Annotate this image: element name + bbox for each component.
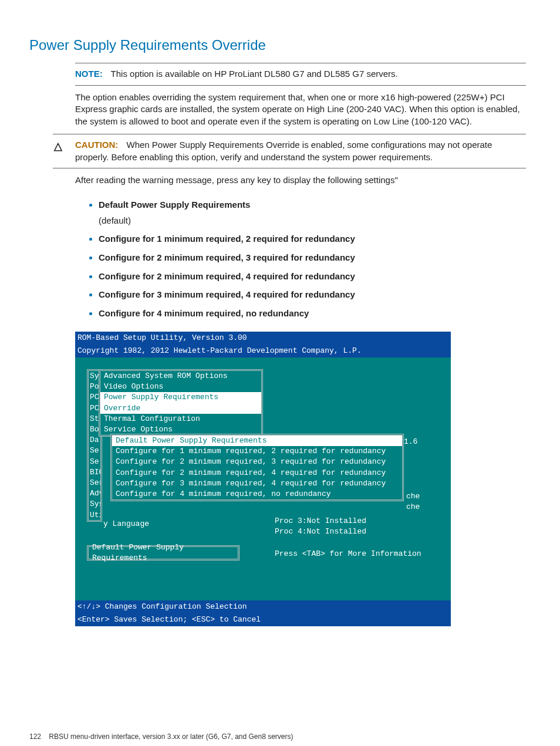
bios-fragment: che [406, 491, 420, 502]
option-label: Default Power Supply Requirements [99, 200, 250, 210]
section-title: Power Supply Requirements Override [29, 35, 531, 55]
bios-status: Default Power Supply Requirements [87, 545, 239, 561]
caution-label: CAUTION: [75, 140, 118, 150]
bios-submenu-item-selected[interactable]: Default Power Supply Requirements [112, 436, 402, 446]
option-label: Configure for 4 minimum required, no red… [99, 308, 309, 318]
option-label: Configure for 1 minimum required, 2 requ… [99, 234, 355, 244]
note-label: NOTE: [75, 69, 103, 79]
bios-proc-3: Proc 3:Not Installed [275, 516, 366, 526]
bios-fragment: y Language [103, 519, 149, 529]
list-item: Default Power Supply Requirements (defau… [99, 198, 531, 227]
bios-fragment: che [406, 502, 420, 512]
bios-proc-4: Proc 4:Not Installed [275, 526, 366, 537]
bios-submenu[interactable]: Default Power Supply Requirements Config… [110, 434, 404, 501]
bios-submenu-item[interactable]: Configure for 3 minimum required, 4 requ… [112, 478, 402, 489]
bios-submenu-item[interactable]: Configure for 1 minimum required, 2 requ… [112, 446, 402, 457]
list-item: Configure for 2 minimum required, 3 requ… [99, 251, 531, 264]
paragraph-2: After reading the warning message, press… [75, 168, 526, 193]
bios-menu-item[interactable]: Advanced System ROM Options [100, 371, 261, 382]
page-number: 122 [29, 732, 47, 742]
option-sub: (default) [99, 215, 531, 227]
bios-header-1: ROM-Based Setup Utility, Version 3.00 [75, 332, 451, 345]
bios-menu-item[interactable]: Video Options [100, 382, 261, 392]
option-label: Configure for 2 minimum required, 3 requ… [99, 252, 355, 262]
list-item: Configure for 1 minimum required, 2 requ… [99, 232, 531, 245]
bios-footer-1: <↑/↓> Changes Configuration Selection [75, 600, 451, 613]
bios-submenu-item[interactable]: Configure for 2 minimum required, 3 requ… [112, 457, 402, 467]
bios-menu-item[interactable]: Thermal Configuration [100, 414, 261, 424]
page-footer: 122 RBSU menu-driven interface, version … [29, 732, 531, 742]
bios-footer-2: <Enter> Saves Selection; <ESC> to Cancel [75, 613, 451, 626]
bios-submenu-item[interactable]: Configure for 2 minimum required, 4 requ… [112, 468, 402, 478]
bios-fragment: 1.6 [404, 437, 417, 447]
caution-text: When Power Supply Requirements Override … [75, 140, 492, 162]
option-label: Configure for 3 minimum required, 4 requ… [99, 289, 355, 299]
bios-menu-item-selected[interactable]: Power Supply Requirements Override [100, 392, 261, 413]
bios-main-menu[interactable]: Advanced System ROM Options Video Option… [99, 369, 263, 437]
caution-icon: △ [53, 139, 63, 163]
bios-header-2: Copyright 1982, 2012 Hewlett-Packard Dev… [75, 345, 451, 357]
paragraph-1: The option enables overriding the system… [75, 86, 526, 134]
note-text: This option is available on HP ProLiant … [111, 69, 398, 79]
list-item: Configure for 3 minimum required, 4 requ… [99, 288, 531, 301]
list-item: Configure for 4 minimum required, no red… [99, 307, 531, 320]
bios-submenu-item[interactable]: Configure for 4 minimum required, no red… [112, 489, 402, 499]
list-item: Configure for 2 minimum required, 4 requ… [99, 270, 531, 283]
options-list: Default Power Supply Requirements (defau… [75, 198, 531, 320]
footer-text: RBSU menu-driven interface, version 3.xx… [49, 733, 293, 741]
bios-screenshot: ROM-Based Setup Utility, Version 3.00 Co… [75, 332, 451, 627]
option-label: Configure for 2 minimum required, 4 requ… [99, 271, 355, 281]
bios-tab-hint: Press <TAB> for More Information [275, 549, 421, 559]
